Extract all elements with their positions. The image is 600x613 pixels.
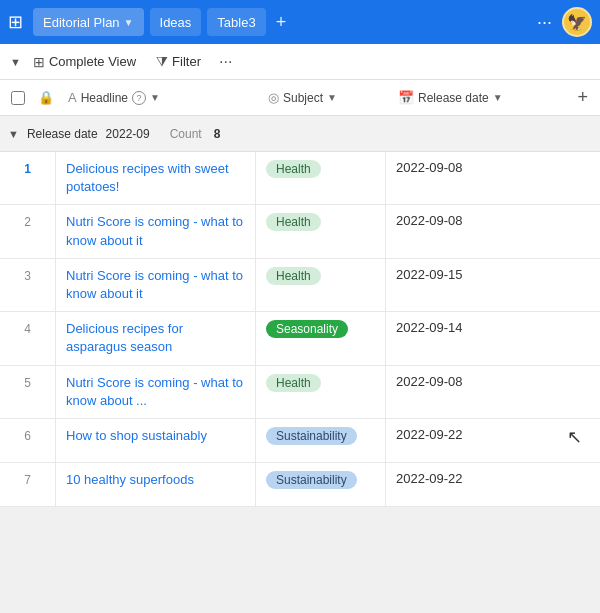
row-release: 2022-09-08 (386, 152, 516, 204)
subject-badge: Seasonality (266, 320, 348, 338)
subject-col-arrow[interactable]: ▼ (327, 92, 337, 103)
tab-ideas[interactable]: Ideas (150, 8, 202, 36)
table-icon: ⊞ (33, 54, 45, 70)
text-icon: A (68, 90, 77, 105)
filter-label: Filter (172, 54, 201, 69)
toolbar-collapse-icon[interactable]: ▼ (10, 56, 21, 68)
tab-table3-label: Table3 (217, 15, 255, 30)
table-rows: 1 Delicious recipes with sweet potatoes!… (0, 152, 600, 507)
group-value: 2022-09 (106, 127, 150, 141)
subject-badge: Health (266, 374, 321, 392)
row-headline[interactable]: Delicious recipes for asparagus season (56, 312, 256, 364)
row-release: 2022-09-08 (386, 205, 516, 257)
subject-badge: Health (266, 213, 321, 231)
subject-badge: Health (266, 160, 321, 178)
count-value: 8 (214, 127, 221, 141)
row-release: 2022-09-15 (386, 259, 516, 311)
row-headline[interactable]: Delicious recipes with sweet potatoes! (56, 152, 256, 204)
column-header-subject[interactable]: ◎ Subject ▼ (260, 90, 390, 105)
subject-badge: Sustainability (266, 427, 357, 445)
row-number: 5 (0, 366, 56, 418)
filter-icon: ⧩ (156, 53, 168, 70)
group-collapse-icon[interactable]: ▼ (8, 128, 19, 140)
row-number: 3 (0, 259, 56, 311)
row-headline[interactable]: 10 healthy superfoods (56, 463, 256, 506)
table-row: 4 Delicious recipes for asparagus season… (0, 312, 600, 365)
group-header: ▼ Release date 2022-09 Count 8 (0, 116, 600, 152)
complete-view-button[interactable]: ⊞ Complete View (25, 50, 144, 74)
content-area: ▼ Release date 2022-09 Count 8 1 Delicio… (0, 116, 600, 613)
row-subject: Sustainability (256, 419, 386, 462)
subject-badge: Sustainability (266, 471, 357, 489)
row-subject: Health (256, 205, 386, 257)
headline-col-arrow[interactable]: ▼ (150, 92, 160, 103)
row-subject: Health (256, 366, 386, 418)
row-number: 7 (0, 463, 56, 506)
tab-editorial-plan[interactable]: Editorial Plan ▼ (33, 8, 144, 36)
row-headline[interactable]: How to shop sustainably (56, 419, 256, 462)
row-number: 2 (0, 205, 56, 257)
tab-editorial-plan-label: Editorial Plan (43, 15, 120, 30)
row-subject: Seasonality (256, 312, 386, 364)
topbar-more-button[interactable]: ··· (533, 12, 556, 33)
table-row: 5 Nutri Score is coming - what to know a… (0, 366, 600, 419)
group-label: Release date (27, 127, 98, 141)
subject-col-label: Subject (283, 91, 323, 105)
tab-ideas-label: Ideas (160, 15, 192, 30)
release-col-label: Release date (418, 91, 489, 105)
column-header-release[interactable]: 📅 Release date ▼ (390, 90, 520, 105)
row-number: 4 (0, 312, 56, 364)
headline-col-label: Headline (81, 91, 128, 105)
row-release: 2022-09-14 (386, 312, 516, 364)
subject-badge: Health (266, 267, 321, 285)
table-row: 6 How to shop sustainably Sustainability… (0, 419, 600, 463)
select-all-checkbox[interactable] (4, 91, 32, 105)
row-subject: Sustainability (256, 463, 386, 506)
add-column-button[interactable]: + (569, 87, 596, 108)
calendar-icon: 📅 (398, 90, 414, 105)
toolbar: ▼ ⊞ Complete View ⧩ Filter ··· (0, 44, 600, 80)
row-release: 2022-09-22 (386, 419, 516, 462)
row-subject: Health (256, 152, 386, 204)
column-header-headline[interactable]: A Headline ? ▼ (60, 90, 260, 105)
row-headline[interactable]: Nutri Score is coming - what to know abo… (56, 205, 256, 257)
row-number: 1 (0, 152, 56, 204)
app-container: ⊞ Editorial Plan ▼ Ideas Table3 + ··· 🦅 … (0, 0, 600, 613)
app-grid-icon[interactable]: ⊞ (8, 11, 23, 33)
toolbar-more-button[interactable]: ··· (213, 51, 238, 73)
top-bar: ⊞ Editorial Plan ▼ Ideas Table3 + ··· 🦅 (0, 0, 600, 44)
table-row: 7 10 healthy superfoods Sustainability 2… (0, 463, 600, 507)
table-row: 3 Nutri Score is coming - what to know a… (0, 259, 600, 312)
circle-icon: ◎ (268, 90, 279, 105)
help-icon[interactable]: ? (132, 91, 146, 105)
row-release: 2022-09-08 (386, 366, 516, 418)
row-headline[interactable]: Nutri Score is coming - what to know abo… (56, 259, 256, 311)
row-number: 6 (0, 419, 56, 462)
table-row: 1 Delicious recipes with sweet potatoes!… (0, 152, 600, 205)
column-headers: 🔒 A Headline ? ▼ ◎ Subject ▼ 📅 Release d… (0, 80, 600, 116)
checkbox-input[interactable] (11, 91, 25, 105)
user-avatar[interactable]: 🦅 (562, 7, 592, 37)
complete-view-label: Complete View (49, 54, 136, 69)
row-release: 2022-09-22 (386, 463, 516, 506)
row-subject: Health (256, 259, 386, 311)
count-label: Count (170, 127, 202, 141)
lock-icon: 🔒 (32, 90, 60, 105)
row-headline[interactable]: Nutri Score is coming - what to know abo… (56, 366, 256, 418)
table-row: 2 Nutri Score is coming - what to know a… (0, 205, 600, 258)
add-tab-button[interactable]: + (272, 12, 291, 33)
tab-editorial-plan-arrow: ▼ (124, 17, 134, 28)
tab-table3[interactable]: Table3 (207, 8, 265, 36)
release-col-arrow[interactable]: ▼ (493, 92, 503, 103)
filter-button[interactable]: ⧩ Filter (148, 49, 209, 74)
